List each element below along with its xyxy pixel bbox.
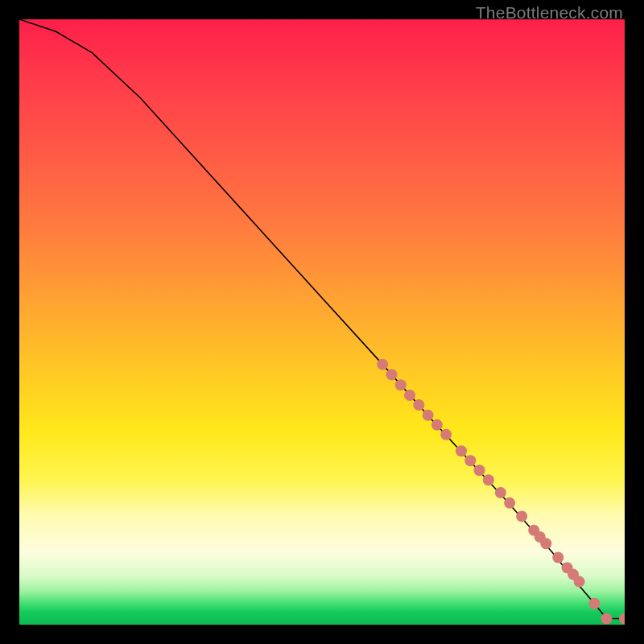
plot-area xyxy=(19,19,625,625)
data-markers xyxy=(377,359,625,625)
data-marker xyxy=(440,429,452,440)
data-marker xyxy=(423,410,434,421)
data-marker xyxy=(431,419,443,431)
data-marker xyxy=(377,359,388,370)
data-marker xyxy=(540,538,551,549)
data-marker xyxy=(601,613,612,624)
data-marker xyxy=(619,613,625,624)
data-marker xyxy=(516,510,527,522)
data-marker xyxy=(588,598,600,609)
data-marker xyxy=(464,455,476,466)
data-marker xyxy=(504,497,515,509)
chart-stage: TheBottleneck.com xyxy=(0,0,644,644)
data-marker xyxy=(495,487,506,498)
data-marker xyxy=(483,474,494,485)
data-marker xyxy=(552,552,564,564)
data-marker xyxy=(456,445,467,456)
data-marker xyxy=(404,390,415,401)
chart-svg xyxy=(19,19,625,625)
data-marker xyxy=(386,369,397,380)
data-marker xyxy=(395,379,407,390)
data-marker xyxy=(474,464,485,476)
data-marker xyxy=(413,399,424,411)
data-marker xyxy=(574,576,585,588)
